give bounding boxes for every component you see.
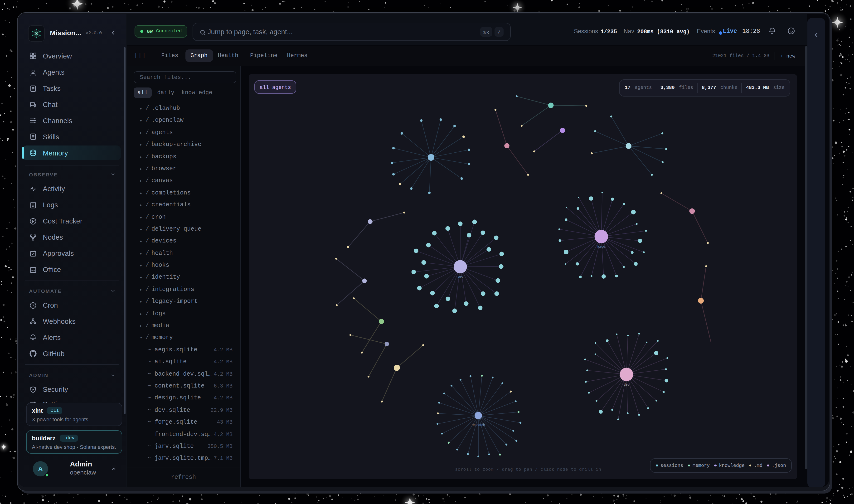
svg-text:research: research: [471, 423, 485, 427]
svg-text:forge: forge: [597, 245, 605, 249]
svg-text:dev: dev: [623, 382, 629, 386]
svg-text:jarv: jarv: [457, 275, 463, 279]
